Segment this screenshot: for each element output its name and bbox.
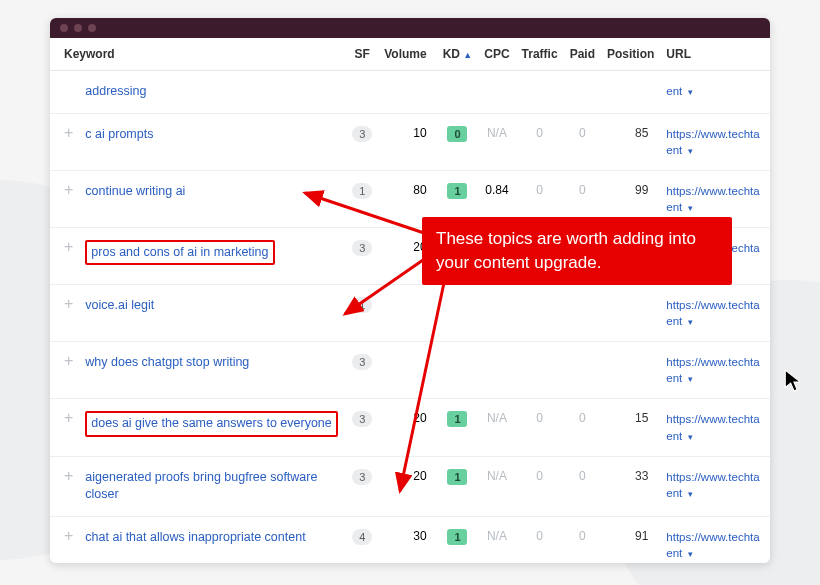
- volume-value: 20: [378, 456, 436, 516]
- chevron-down-icon[interactable]: ▾: [688, 146, 693, 156]
- position-value: 33: [601, 456, 660, 516]
- position-value: 15: [601, 399, 660, 456]
- chevron-down-icon[interactable]: ▾: [688, 87, 693, 97]
- col-volume[interactable]: Volume: [378, 38, 436, 71]
- kd-badge: 1: [447, 183, 467, 199]
- chevron-down-icon[interactable]: ▾: [688, 317, 693, 327]
- paid-value: 0: [564, 456, 601, 516]
- keyword-link[interactable]: c ai prompts: [85, 127, 153, 141]
- sf-badge: 3: [352, 126, 372, 142]
- sf-badge: 1: [352, 183, 372, 199]
- url-cell: ent ▾: [660, 71, 770, 114]
- annotation-callout: These topics are worth adding into your …: [422, 217, 732, 285]
- url-link-tail[interactable]: ent: [666, 144, 682, 156]
- paid-value: 0: [564, 113, 601, 170]
- keyword-link[interactable]: why does chatgpt stop writing: [85, 355, 249, 369]
- traffic-value: 0: [516, 456, 564, 516]
- expand-row-icon[interactable]: +: [64, 529, 73, 543]
- url-link[interactable]: https://www.techta: [666, 356, 759, 368]
- col-position[interactable]: Position: [601, 38, 660, 71]
- traffic-value: 0: [516, 516, 564, 563]
- expand-row-icon[interactable]: +: [64, 354, 73, 368]
- keyword-link[interactable]: addressing: [85, 84, 146, 98]
- expand-row-icon[interactable]: +: [64, 297, 73, 311]
- sf-badge: 3: [352, 240, 372, 256]
- col-keyword[interactable]: Keyword: [50, 38, 346, 71]
- col-sf[interactable]: SF: [346, 38, 378, 71]
- url-link[interactable]: https://www.techta: [666, 299, 759, 311]
- url-cell: https://www.techtaent ▾: [660, 285, 770, 342]
- expand-row-icon[interactable]: +: [64, 469, 73, 483]
- url-link-tail[interactable]: ent: [666, 547, 682, 559]
- chevron-down-icon[interactable]: ▾: [688, 489, 693, 499]
- url-link[interactable]: https://www.techta: [666, 128, 759, 140]
- cpc-value: N/A: [478, 113, 515, 170]
- keyword-link[interactable]: aigenerated proofs bring bugfree softwar…: [85, 470, 317, 502]
- url-cell: https://www.techtaent ▾: [660, 516, 770, 563]
- traffic-light-close[interactable]: [60, 24, 68, 32]
- url-link-tail[interactable]: ent: [666, 201, 682, 213]
- keyword-link[interactable]: pros and cons of ai in marketing: [85, 240, 274, 266]
- cpc-value: [478, 71, 515, 114]
- cpc-value: [478, 285, 515, 342]
- traffic-value: 0: [516, 399, 564, 456]
- traffic-value: [516, 71, 564, 114]
- table-scroll-area[interactable]: Keyword SF Volume KD ▲ CPC Traffic Paid …: [50, 38, 770, 563]
- volume-value: 30: [378, 516, 436, 563]
- table-row: +c ai prompts3100N/A0085https://www.tech…: [50, 113, 770, 170]
- table-row: +does ai give the same answers to everyo…: [50, 399, 770, 456]
- chevron-down-icon[interactable]: ▾: [688, 549, 693, 559]
- table-row: addressingent ▾: [50, 71, 770, 114]
- col-kd[interactable]: KD ▲: [437, 38, 479, 71]
- url-link-tail[interactable]: ent: [666, 487, 682, 499]
- traffic-value: [516, 342, 564, 399]
- volume-value: [378, 71, 436, 114]
- kd-badge: 1: [447, 529, 467, 545]
- cpc-value: N/A: [478, 456, 515, 516]
- table-row: +voice.ai legit1https://www.techtaent ▾: [50, 285, 770, 342]
- volume-value: [378, 285, 436, 342]
- position-value: [601, 71, 660, 114]
- url-cell: https://www.techtaent ▾: [660, 342, 770, 399]
- chevron-down-icon[interactable]: ▾: [688, 374, 693, 384]
- paid-value: 0: [564, 516, 601, 563]
- url-cell: https://www.techtaent ▾: [660, 399, 770, 456]
- col-traffic[interactable]: Traffic: [516, 38, 564, 71]
- url-link-tail[interactable]: ent: [666, 315, 682, 327]
- traffic-light-minimize[interactable]: [74, 24, 82, 32]
- url-cell: https://www.techtaent ▾: [660, 113, 770, 170]
- expand-row-icon[interactable]: +: [64, 183, 73, 197]
- url-link-tail[interactable]: ent: [666, 372, 682, 384]
- paid-value: [564, 342, 601, 399]
- url-link[interactable]: https://www.techta: [666, 471, 759, 483]
- paid-value: [564, 285, 601, 342]
- chevron-down-icon[interactable]: ▾: [688, 432, 693, 442]
- keyword-link[interactable]: chat ai that allows inappropriate conten…: [85, 530, 305, 544]
- table-row: +aigenerated proofs bring bugfree softwa…: [50, 456, 770, 516]
- keyword-link[interactable]: does ai give the same answers to everyon…: [85, 411, 337, 437]
- url-link-tail[interactable]: ent: [666, 85, 682, 97]
- cpc-value: N/A: [478, 516, 515, 563]
- url-link-tail[interactable]: ent: [666, 430, 682, 442]
- window-titlebar: [50, 18, 770, 38]
- position-value: 85: [601, 113, 660, 170]
- cpc-value: [478, 342, 515, 399]
- url-link[interactable]: https://www.techta: [666, 531, 759, 543]
- expand-row-icon[interactable]: +: [64, 411, 73, 425]
- url-link[interactable]: https://www.techta: [666, 413, 759, 425]
- expand-row-icon[interactable]: +: [64, 240, 73, 254]
- keyword-link[interactable]: voice.ai legit: [85, 298, 154, 312]
- keyword-link[interactable]: continue writing ai: [85, 184, 185, 198]
- traffic-light-zoom[interactable]: [88, 24, 96, 32]
- mouse-cursor-icon: [782, 368, 808, 394]
- expand-row-icon[interactable]: +: [64, 126, 73, 140]
- col-paid[interactable]: Paid: [564, 38, 601, 71]
- col-url[interactable]: URL: [660, 38, 770, 71]
- volume-value: 20: [378, 399, 436, 456]
- sf-badge: 3: [352, 469, 372, 485]
- col-cpc[interactable]: CPC: [478, 38, 515, 71]
- chevron-down-icon[interactable]: ▾: [688, 203, 693, 213]
- kd-badge: 0: [447, 126, 467, 142]
- url-link[interactable]: https://www.techta: [666, 185, 759, 197]
- sf-badge: 1: [352, 297, 372, 313]
